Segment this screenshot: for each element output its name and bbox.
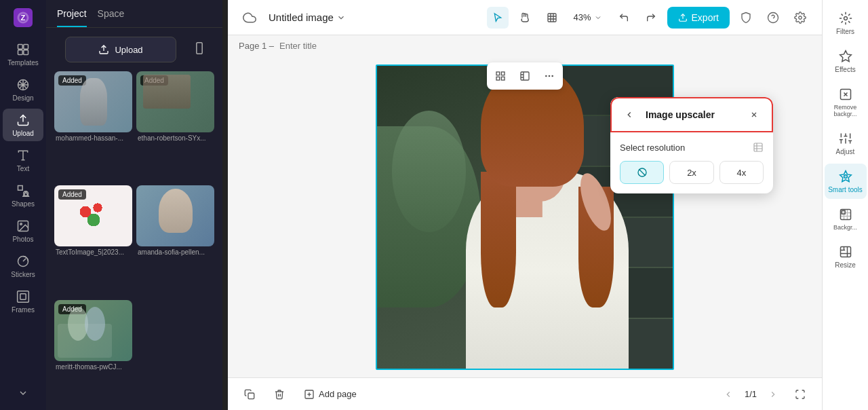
list-item[interactable]: Added mohammed-hassan-... xyxy=(54,71,132,181)
upload-icon xyxy=(16,113,31,128)
topbar-tools: 43% xyxy=(487,7,812,29)
res-4x-btn[interactable]: 4x xyxy=(719,161,764,184)
photos-label: Photos xyxy=(12,236,33,243)
sidebar-item-design[interactable]: Design xyxy=(3,73,43,106)
page-title-input[interactable] xyxy=(279,41,393,51)
page-bar: Page 1 – xyxy=(228,35,822,56)
background-icon xyxy=(838,207,853,222)
sidebar-item-more[interactable] xyxy=(3,381,43,405)
photos-icon xyxy=(16,219,31,234)
hand-tool-btn[interactable] xyxy=(514,7,536,29)
page-count: 1/1 xyxy=(745,389,757,399)
sidebar-item-photos[interactable]: Photos xyxy=(3,215,43,247)
canvas-grid-btn[interactable] xyxy=(490,65,511,87)
panel-tabs: Project Space xyxy=(46,0,222,28)
list-item[interactable]: Added TextToImage_5|2023... xyxy=(54,185,132,295)
sidebar-item-stickers[interactable]: Stickers xyxy=(3,250,43,282)
media-label: meritt-thomas-pwCJ... xyxy=(54,361,132,373)
media-label: amanda-sofia-pellen... xyxy=(136,246,214,258)
svg-point-55 xyxy=(844,175,847,179)
canvas-more-btn[interactable] xyxy=(538,65,560,87)
page-label: Page 1 – xyxy=(239,41,274,51)
redo-btn[interactable] xyxy=(640,7,662,29)
upscaler-back-btn[interactable] xyxy=(621,107,637,123)
frames-label: Frames xyxy=(12,306,35,314)
export-button[interactable]: Export xyxy=(667,7,730,29)
svg-point-14 xyxy=(20,223,22,225)
right-tool-resize[interactable]: Resize xyxy=(825,239,867,274)
fullscreen-btn[interactable] xyxy=(789,384,811,405)
right-tool-filters[interactable]: Filters xyxy=(825,5,867,41)
left-sidebar: Z Templates Design Upload xyxy=(0,0,46,410)
add-page-btn[interactable]: Add page xyxy=(298,386,362,403)
svg-rect-39 xyxy=(248,393,254,399)
media-label: TextToImage_5|2023... xyxy=(54,246,132,258)
svg-rect-27 xyxy=(501,72,505,75)
resolution-options: 2x 4x xyxy=(620,161,764,184)
canvas-layout-btn[interactable] xyxy=(514,65,536,87)
main-content: Untitled image xyxy=(228,0,822,410)
effects-label: Effects xyxy=(835,66,855,73)
right-tool-remove-bg[interactable]: Remove backgr... xyxy=(825,81,867,123)
svg-rect-19 xyxy=(197,43,202,54)
sidebar-item-shapes[interactable]: Shapes xyxy=(3,179,43,212)
smart-tools-icon xyxy=(838,169,853,184)
res-disabled-btn[interactable] xyxy=(620,161,664,184)
text-icon xyxy=(16,148,31,163)
design-icon xyxy=(16,77,31,92)
shield-icon-btn[interactable] xyxy=(735,7,757,29)
svg-rect-58 xyxy=(840,247,850,257)
media-grid: Added mohammed-hassan-... Added ethan-ro… xyxy=(46,71,222,410)
res-2x-btn[interactable]: 2x xyxy=(669,161,713,184)
tab-space[interactable]: Space xyxy=(98,0,125,27)
sidebar-item-templates[interactable]: Templates xyxy=(3,38,43,71)
svg-text:Z: Z xyxy=(21,14,26,22)
tab-project[interactable]: Project xyxy=(57,0,87,27)
right-sidebar: Filters Effects Remove backgr... xyxy=(822,0,868,410)
svg-rect-16 xyxy=(18,291,29,303)
resize-label: Resize xyxy=(835,261,856,269)
zoom-control[interactable]: 43% xyxy=(568,10,608,25)
list-item[interactable]: amanda-sofia-pellen... xyxy=(136,185,214,295)
upscaler-body: Select resolution 2x xyxy=(610,132,773,193)
right-tool-effects[interactable]: Effects xyxy=(825,43,867,79)
sidebar-item-frames[interactable]: Frames xyxy=(3,285,43,318)
svg-rect-10 xyxy=(18,186,23,191)
right-tool-smart-tools[interactable]: Smart tools xyxy=(825,164,867,199)
right-tool-background[interactable]: Backgr... xyxy=(825,202,867,236)
sidebar-item-upload[interactable]: Upload xyxy=(3,109,43,141)
panel-resize-handle[interactable] xyxy=(222,0,228,410)
filters-icon xyxy=(838,11,853,26)
frame-tool-btn[interactable] xyxy=(541,7,563,29)
list-item[interactable]: Added meritt-thomas-pwCJ... xyxy=(54,300,132,410)
list-item[interactable]: Added ethan-robertson-SYx... xyxy=(136,71,214,181)
prev-page-btn[interactable] xyxy=(717,384,739,405)
text-label: Text xyxy=(17,165,29,172)
canvas-wrapper[interactable]: Image upscaler Select resolution xyxy=(228,56,822,377)
help-icon-btn[interactable] xyxy=(762,7,784,29)
sidebar-item-text[interactable]: Text xyxy=(3,144,43,176)
select-tool-btn[interactable] xyxy=(487,7,509,29)
delete-page-btn[interactable] xyxy=(269,384,290,405)
settings-icon-btn[interactable] xyxy=(789,7,811,29)
undo-btn[interactable] xyxy=(613,7,635,29)
filters-label: Filters xyxy=(836,28,854,35)
effects-icon xyxy=(838,49,853,64)
panel-sidebar: Project Space Upload Added xyxy=(46,0,222,410)
chevron-down-icon xyxy=(16,386,31,400)
upload-button[interactable]: Upload xyxy=(65,37,176,62)
mobile-icon-btn[interactable] xyxy=(187,36,212,63)
svg-marker-44 xyxy=(840,51,851,62)
upscaler-close-btn[interactable] xyxy=(746,107,762,123)
svg-rect-30 xyxy=(521,72,529,80)
resolution-label: Select resolution xyxy=(620,142,764,153)
svg-rect-28 xyxy=(496,77,500,80)
document-title[interactable]: Untitled image xyxy=(269,12,346,23)
svg-rect-36 xyxy=(754,143,762,151)
cloud-save-btn[interactable] xyxy=(239,7,260,29)
next-page-btn[interactable] xyxy=(762,384,784,405)
page-nav: 1/1 xyxy=(717,384,811,405)
copy-page-btn[interactable] xyxy=(239,384,260,405)
right-tool-adjust[interactable]: Adjust xyxy=(825,126,867,161)
topbar: Untitled image xyxy=(228,0,822,35)
